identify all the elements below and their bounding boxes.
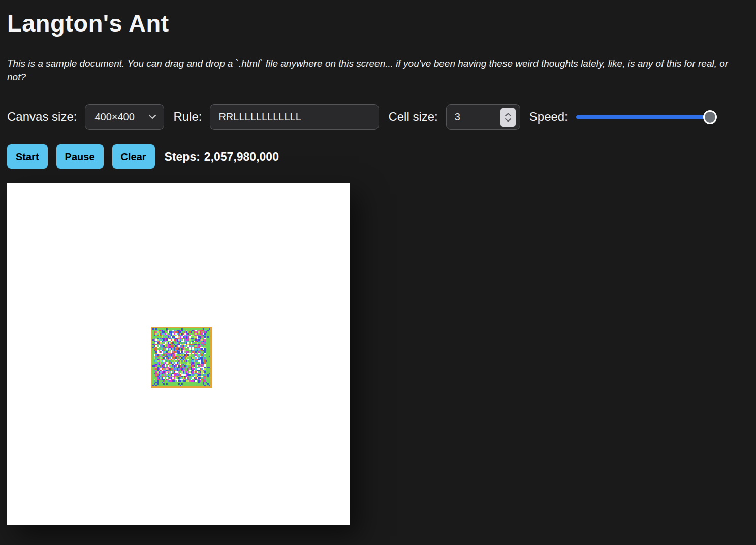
steps-value: 2,057,980,000 xyxy=(204,150,279,164)
start-button[interactable]: Start xyxy=(7,144,48,169)
cell-size-field xyxy=(446,104,520,130)
cell-size-input[interactable] xyxy=(447,105,497,129)
simulation-canvas[interactable] xyxy=(7,183,350,525)
canvas-size-value: 400×400 xyxy=(94,111,134,123)
canvas-size-select[interactable]: 400×400 xyxy=(85,104,164,130)
pause-button[interactable]: Pause xyxy=(56,144,104,169)
speed-label: Speed: xyxy=(529,110,568,124)
chevron-down-icon xyxy=(148,114,156,119)
canvas-size-label: Canvas size: xyxy=(7,110,77,124)
steps-counter: Steps: 2,057,980,000 xyxy=(165,150,279,164)
rule-label: Rule: xyxy=(173,110,202,124)
page: Langton's Ant This is a sample document.… xyxy=(0,0,756,525)
speed-slider[interactable] xyxy=(576,110,717,124)
actions-row: Start Pause Clear Steps: 2,057,980,000 xyxy=(7,144,749,169)
clear-button[interactable]: Clear xyxy=(112,144,155,169)
controls-row: Canvas size: 400×400 Rule: Cell size: Sp… xyxy=(7,104,749,130)
intro-text: This is a sample document. You can drag … xyxy=(7,56,749,84)
cell-size-label: Cell size: xyxy=(388,110,437,124)
cell-size-stepper[interactable] xyxy=(500,108,516,127)
speed-slider-wrap xyxy=(576,110,717,124)
page-title: Langton's Ant xyxy=(7,9,749,37)
rule-input[interactable] xyxy=(210,104,379,130)
steps-label: Steps: xyxy=(165,150,200,164)
chevron-down-icon xyxy=(505,118,512,122)
chevron-up-icon xyxy=(505,113,512,117)
